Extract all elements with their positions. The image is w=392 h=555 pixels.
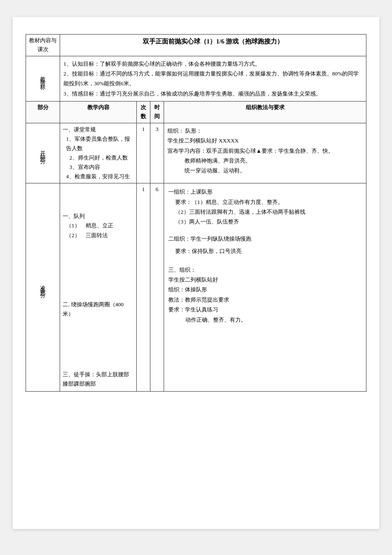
- goal-3: 3、情感目标：通过学习充分展示自己，体验成功的乐趣培养学生勇敢、顽强的品质，发扬…: [63, 89, 363, 99]
- prep-org-block-1-sub-0: 要求：（1）稍息、立正动作有力度、整齐。: [168, 197, 362, 207]
- title-cell: 双手正面前抛实心球（1）1/6 游戏（抱球跑接力）: [60, 35, 366, 56]
- col-header-5: 组织教法与要求: [164, 102, 366, 123]
- title-row: 教材内容与课次 双手正面前抛实心球（1）1/6 游戏（抱球跑接力）: [26, 35, 366, 56]
- prep-org-block-1-sub-2: （3）两人一伍、队伍整齐: [168, 217, 362, 227]
- prep-section-row: 准备部分 一、队列 （1） 稍息、立正 （2） 三面转法 二. 绕操场慢跑两圈（…: [26, 183, 366, 392]
- main-table: 教材内容与课次 双手正面前抛实心球（1）1/6 游戏（抱球跑接力） 教学目标 1…: [26, 34, 366, 392]
- prep-time: 6: [150, 183, 164, 392]
- start-org-2: 宣布学习内容：双手正面前抛实心球▲要求：学生集合静、齐、快。: [167, 146, 363, 156]
- prep-block-1-sub-1: （2） 三面转法: [63, 231, 134, 240]
- prep-block-1-sub-0: （1） 稍息、立正: [63, 221, 134, 230]
- prep-org-block-3-sub-3: 要求：学生认真练习: [168, 305, 362, 314]
- col-header-3: 次数: [137, 102, 150, 123]
- prep-org-block-1-title: 一组织：上课队形: [168, 187, 362, 197]
- goals-label: 教学目标: [38, 72, 47, 82]
- prep-block-3-title: 三、徒手操：头部上肢腰部膝部踝部腕部: [63, 370, 134, 389]
- prep-org-block-3-sub-0: 学生按二列横队站好: [168, 275, 362, 285]
- prep-label: 准备部分: [26, 183, 60, 392]
- page: 教材内容与课次 双手正面前抛实心球（1）1/6 游戏（抱球跑接力） 教学目标 1…: [13, 17, 379, 529]
- start-org-0: 组织： 队形：: [167, 126, 363, 136]
- goal-1: 1、认知目标：了解双手前抛掷实心球的正确动作，体会各种腰腹力量练习方式。: [63, 59, 363, 69]
- prep-org-block-2-sub-0: 要求：保持队形，口号洪亮: [168, 246, 362, 256]
- start-section-row: 开始部分 一、课堂常规 1、军体委员集合整队，报告人数 2、师生问好，检查人数 …: [26, 123, 366, 183]
- prep-block-1-title: 一、队列: [63, 212, 134, 221]
- prep-org: 一组织：上课队形 要求：（1）稍息、立正动作有力度、整齐。 （2）三面转法跟脚有…: [164, 183, 366, 392]
- start-org-4: 统一穿运动服、运动鞋。: [167, 166, 363, 175]
- start-content-line-0: 一、课堂常规: [63, 125, 134, 134]
- prep-block-2-title: 二. 绕操场慢跑两圈（400米）: [63, 300, 134, 319]
- goal-2: 2、技能目标：通过不同的练习方式，能掌握如何运用腰腹力量投掷实心球，发展爆发力、…: [63, 69, 363, 89]
- goals-label-cell: 教学目标: [26, 56, 60, 102]
- prep-org-block-3-sub-2: 教法：教师示范提出要求: [168, 295, 362, 305]
- start-content-line-1: 1、军体委员集合整队，报告人数: [63, 134, 134, 153]
- start-org: 组织： 队形： 学生按二列横队站好 XXXXX 宣布学习内容：双手正面前抛实心球…: [164, 123, 366, 183]
- prep-org-block-2-title: 二组织：学生一列纵队绕操场慢跑: [168, 234, 362, 244]
- start-content-line-3: 3、宣布内容: [63, 163, 134, 172]
- prep-org-block-3-sub-1: 组织：体操队形: [168, 285, 362, 294]
- start-label: 开始部分: [26, 123, 60, 183]
- col-header-4: 时间: [150, 102, 164, 123]
- start-content: 一、课堂常规 1、军体委员集合整队，报告人数 2、师生问好，检查人数 3、宣布内…: [60, 123, 137, 183]
- goals-content: 1、认知目标：了解双手前抛掷实心球的正确动作，体会各种腰腹力量练习方式。 2、技…: [60, 56, 366, 102]
- prep-org-block-3-sub-4: 动作正确、整齐、有力。: [168, 315, 362, 325]
- start-org-3: 教师精神饱满、声音洪亮。: [167, 156, 363, 166]
- prep-org-block-1-sub-1: （2）三面转法跟脚有力、迅速，上体不动两手贴裤线: [168, 207, 362, 217]
- start-org-1: 学生按二列横队站好 XXXXX: [167, 136, 363, 145]
- start-count: 1: [137, 123, 150, 183]
- prep-org-block-3-title: 三、组织：: [168, 265, 362, 275]
- goals-row: 教学目标 1、认知目标：了解双手前抛掷实心球的正确动作，体会各种腰腹力量练习方式…: [26, 56, 366, 102]
- col-header-2: 教学内容: [60, 102, 137, 123]
- col-header-1: 部分: [26, 102, 60, 123]
- start-content-line-4: 4、检查服装，安排见习生: [63, 172, 134, 181]
- prep-count: 1: [137, 183, 150, 392]
- start-content-line-2: 2、师生问好，检查人数: [63, 153, 134, 163]
- prep-content: 一、队列 （1） 稍息、立正 （2） 三面转法 二. 绕操场慢跑两圈（400米）…: [60, 183, 137, 392]
- start-time: 3: [150, 123, 164, 183]
- label-cell: 教材内容与课次: [26, 35, 60, 56]
- col-header-row: 部分 教学内容 次数 时间 组织教法与要求: [26, 102, 366, 123]
